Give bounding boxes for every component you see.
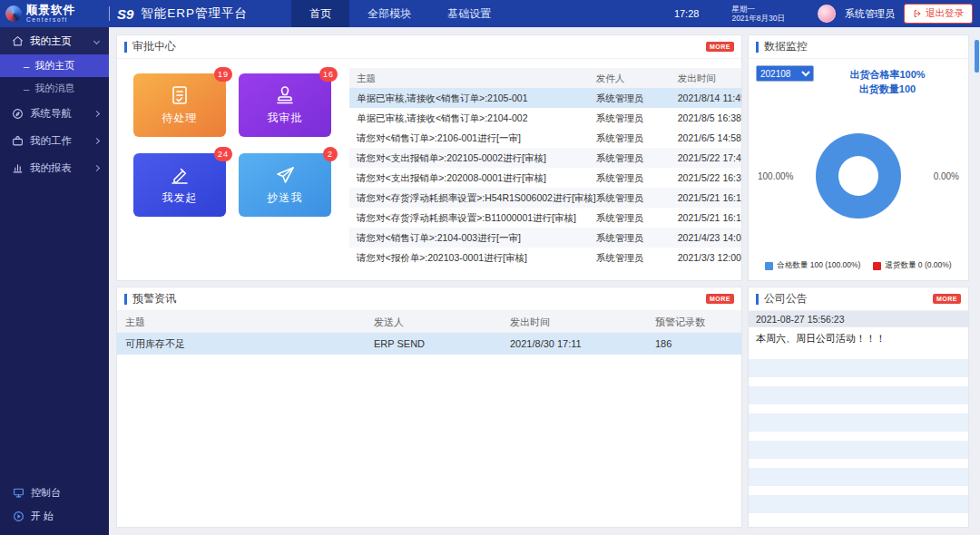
legend-swatch [765,262,773,270]
table-row[interactable]: 请您对<存货浮动耗损率设置>:H54R1S006002进行[审核] 系统管理员 … [349,188,742,208]
logout-label: 退出登录 [926,7,964,20]
table-row[interactable]: 请您对<报价单>:202103-0001进行[审核] 系统管理员 2021/3/… [349,248,742,268]
avatar[interactable] [818,5,836,23]
cell-subject: 单据已审核,请接收<销售订单>:2104-002 [349,108,596,128]
cell-sender: 系统管理员 [596,248,678,268]
col-sender: 发件人 [596,68,678,88]
cell-time: 2021/8/5 16:38 [678,108,742,128]
title-accent-bar [756,42,759,53]
sidebar-item-my-home[interactable]: 我的主页 [0,27,109,54]
paper-plane-icon [274,164,296,186]
table-row[interactable]: 请您对<支出报销单>:202105-0002进行[审核] 系统管理员 2021/… [349,148,742,168]
cell-time: 2021/5/22 17:41 [678,148,742,168]
s9-logo: S9 [117,6,133,22]
stat-pass-rate: 出货合格率100% [814,67,961,82]
console-label: 控制台 [31,486,61,500]
page-title: 智能ERP管理平台 [141,5,248,22]
col-count: 预警记录数 [655,311,741,333]
alerts-panel: 预警资讯 MORE 主题 发送人 发出时间 预警记录数 可用库存不足 ERP S… [116,287,742,528]
announcement-empty-row [749,468,968,486]
cell-subject: 请您对<报价单>:202103-0001进行[审核] [349,248,596,268]
table-row[interactable]: 单据已审核,请接收<销售订单>:2105-001 系统管理员 2021/8/14… [349,88,742,108]
cell-sender: 系统管理员 [596,188,678,208]
logo-cn: 顺景软件 [26,5,75,16]
nav-home[interactable]: 首页 [291,0,349,27]
sidebar-item-system-nav[interactable]: 系统导航 [0,100,109,127]
table-row[interactable]: 请您对<支出报销单>:202008-0001进行[审核] 系统管理员 2021/… [349,168,742,188]
title-accent-bar [124,294,127,305]
cell-time: 2021/5/21 16:13 [678,188,742,208]
cell-sender: 系统管理员 [596,148,678,168]
compass-icon [12,108,24,120]
tile-initiated[interactable]: 24 我发起 [133,153,226,217]
sidebar-item-my-work[interactable]: 我的工作 [0,127,109,154]
badge-count: 16 [319,67,338,82]
approval-body: 19 待处理 16 我审批 24 我发起 2 抄送我 [117,59,741,280]
page-scrollbar[interactable] [975,40,979,73]
start-button[interactable]: 开 始 [0,504,109,528]
start-label: 开 始 [31,510,54,523]
sidebar-footer: 控制台 开 始 [0,481,109,528]
sidebar-item-label: 系统导航 [30,107,88,121]
bullet: – [24,83,29,94]
more-button[interactable]: MORE [706,294,734,304]
cell-sender: 系统管理员 [596,108,678,128]
logo-text: 顺景软件 Centersoft [26,5,75,24]
announcement-panel: 公司公告 MORE 2021-08-27 15:56:23 本周六、周日公司活动… [748,287,969,528]
date-block: 星期一 2021年8月30日 [731,5,785,23]
col-subject: 主题 [349,68,596,88]
announcement-empty-row [749,386,968,404]
sidebar: 我的主页 – 我的主页 – 我的消息 系统导航 我的工作 我的报表 控制台 开 … [0,27,109,535]
sidebar-subitem-label: 我的主页 [34,59,74,73]
topbar: 顺景软件 Centersoft S9 智能ERP管理平台 首页 全部模块 基础设… [0,0,980,27]
stat-quantity: 出货数量100 [814,82,961,96]
cell-time: 2021/4/23 14:06 [678,228,742,248]
sidebar-subitem-my-home[interactable]: – 我的主页 [0,54,109,77]
approval-center-panel: 审批中心 MORE 19 待处理 16 我审批 24 我发起 [116,34,742,281]
table-row[interactable]: 可用库存不足 ERP SEND 2021/8/30 17:11 186 [117,333,741,355]
shipment-stats: 出货合格率100% 出货数量100 [814,65,961,96]
table-header-row: 主题 发件人 发出时间 [349,68,742,88]
period-select[interactable]: 202108 [756,65,814,82]
legend-item-return: 退货数量 0 (0.00%) [873,260,951,271]
more-button[interactable]: MORE [706,42,734,52]
nav-basic-settings[interactable]: 基础设置 [429,0,509,27]
cell-sender: 系统管理员 [596,128,678,148]
nav-all-modules[interactable]: 全部模块 [349,0,429,27]
tile-cc-me[interactable]: 2 抄送我 [239,153,331,217]
tile-label: 我审批 [268,111,303,126]
col-sender: 发送人 [374,311,510,333]
cell-subject: 可用库存不足 [117,333,374,355]
table-row[interactable]: 请您对<销售订单>:2104-003进行[一审] 系统管理员 2021/4/23… [349,228,742,248]
panel-title: 数据监控 [764,39,808,54]
tile-label: 待处理 [162,111,198,126]
legend-swatch [873,262,881,270]
sidebar-item-my-reports[interactable]: 我的报表 [0,154,109,181]
logout-button[interactable]: 退出登录 [904,4,973,24]
more-button[interactable]: MORE [933,294,961,304]
cell-sender: 系统管理员 [596,168,678,188]
sidebar-subitem-my-messages[interactable]: – 我的消息 [0,77,109,100]
main-content: 审批中心 MORE 19 待处理 16 我审批 24 我发起 [109,27,980,535]
title-accent-bar [124,42,127,53]
logo-en: Centersoft [26,17,75,24]
announcement-content[interactable]: 本周六、周日公司活动！！！ [749,327,968,350]
table-row[interactable]: 单据已审核,请接收<销售订单>:2104-002 系统管理员 2021/8/5 … [349,108,742,128]
tile-pending[interactable]: 19 待处理 [133,73,226,137]
app-logo[interactable]: 顺景软件 Centersoft [0,5,107,24]
cell-subject: 请您对<销售订单>:2106-001进行[一审] [349,128,596,148]
table-row[interactable]: 请您对<销售订单>:2106-001进行[一审] 系统管理员 2021/6/5 … [349,128,742,148]
cell-count: 186 [655,333,741,355]
tile-my-approval[interactable]: 16 我审批 [239,73,331,137]
console-button[interactable]: 控制台 [0,481,109,504]
logout-icon [913,9,922,18]
cell-sender: ERP SEND [374,333,510,355]
bar-chart-icon [12,162,24,174]
cell-time: 2021/5/22 16:39 [678,168,742,188]
announcement-date[interactable]: 2021-08-27 15:56:23 [749,311,968,327]
tile-label: 我发起 [162,190,198,206]
data-monitor-panel: 数据监控 202108 出货合格率100% 出货数量100 100.00% 0.… [748,34,969,281]
panel-header: 预警资讯 MORE [117,287,741,311]
col-subject: 主题 [117,311,374,333]
table-row[interactable]: 请您对<存货浮动耗损率设置>:B11000001进行[审核] 系统管理员 202… [349,208,742,228]
